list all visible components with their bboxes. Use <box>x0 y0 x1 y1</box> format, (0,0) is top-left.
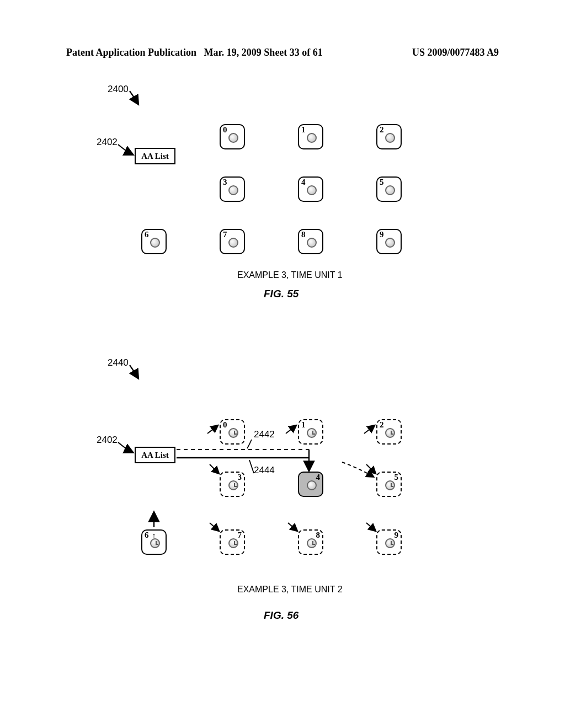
node-dot-icon <box>307 238 317 248</box>
node-dot-icon <box>307 480 317 490</box>
clock-icon <box>385 480 395 490</box>
arrow-up-icon: ↑ <box>152 532 156 540</box>
node-1-fig55: 1 <box>298 124 323 149</box>
node-0-fig55: 0 <box>220 124 245 149</box>
node-9-fig56: 9 <box>376 529 402 555</box>
fig-label-56: FIG. 56 <box>264 609 299 622</box>
node-2-fig56: 2 <box>376 419 402 445</box>
aa-list-label: AA List <box>141 152 169 160</box>
node-9-fig55: 9 <box>376 229 402 254</box>
node-7-fig55: 7 <box>220 229 245 254</box>
node-3-fig56: 3 <box>220 472 245 497</box>
node-7-fig56: 7 <box>220 529 245 555</box>
node-dot-icon <box>385 133 395 143</box>
node-3-fig55: 3 <box>220 176 245 202</box>
fig-label-55: FIG. 55 <box>264 288 299 300</box>
clock-icon <box>385 538 395 548</box>
clock-icon <box>307 428 317 438</box>
ref-2442: 2442 <box>254 429 275 440</box>
node-dot-icon <box>307 133 317 143</box>
node-dot-icon <box>385 185 395 195</box>
node-4-fig56: 4 <box>298 472 323 497</box>
clock-icon <box>385 428 395 438</box>
ref-2402-fig56: 2402 <box>97 435 118 446</box>
node-dot-icon <box>307 185 317 195</box>
clock-icon <box>228 480 238 490</box>
page-header: Patent Application Publication Mar. 19, … <box>66 47 499 58</box>
aa-list-box-fig55: AA List <box>135 148 175 164</box>
node-5-fig55: 5 <box>376 176 402 202</box>
node-6-fig56: 6↑ <box>141 529 167 555</box>
ref-2402-fig55: 2402 <box>97 137 118 148</box>
node-2-fig55: 2 <box>376 124 402 149</box>
header-left: Patent Application Publication Mar. 19, … <box>66 47 323 58</box>
node-6-fig55: 6 <box>141 229 167 254</box>
clock-icon <box>307 538 317 548</box>
ref-2440: 2440 <box>108 357 129 368</box>
node-dot-icon <box>228 185 238 195</box>
node-4-fig55: 4 <box>298 176 323 202</box>
node-0-fig56: 0 <box>220 419 245 445</box>
node-dot-icon <box>228 133 238 143</box>
node-dot-icon <box>150 238 160 248</box>
aa-list-box-fig56: AA List <box>135 447 175 463</box>
caption-fig55: EXAMPLE 3, TIME UNIT 1 <box>237 270 343 280</box>
aa-list-label: AA List <box>141 451 169 459</box>
header-right: US 2009/0077483 A9 <box>412 47 499 58</box>
node-dot-icon <box>385 238 395 248</box>
node-8-fig55: 8 <box>298 229 323 254</box>
node-5-fig56: 5 <box>376 472 402 497</box>
clock-icon <box>228 538 238 548</box>
ref-2444: 2444 <box>254 465 275 476</box>
node-dot-icon <box>228 238 238 248</box>
patent-page: Patent Application Publication Mar. 19, … <box>0 0 565 728</box>
node-8-fig56: 8 <box>298 529 323 555</box>
clock-icon <box>228 428 238 438</box>
node-1-fig56: 1 <box>298 419 323 445</box>
caption-fig56: EXAMPLE 3, TIME UNIT 2 <box>237 585 343 595</box>
ref-2400: 2400 <box>108 84 129 95</box>
